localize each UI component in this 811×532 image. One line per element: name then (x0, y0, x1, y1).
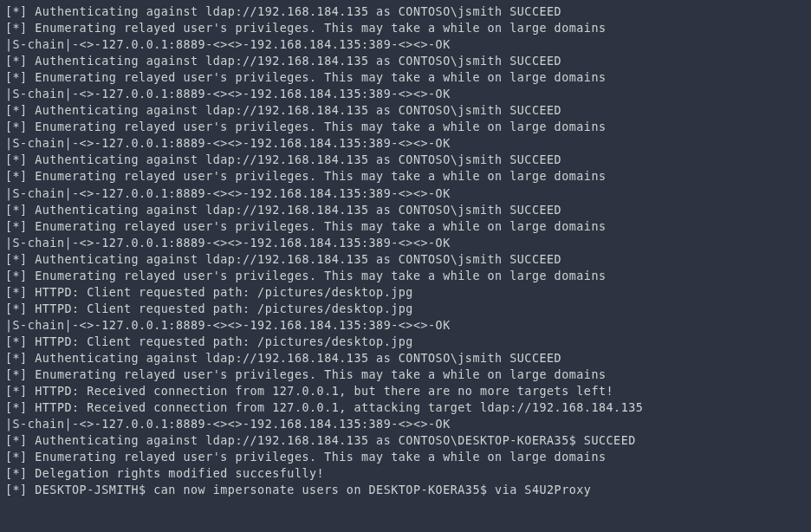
output-line: |S-chain|-<>-127.0.0.1:8889-<><>-192.168… (5, 86, 806, 102)
output-line: [*] Enumerating relayed user's privilege… (5, 168, 806, 185)
output-line: |S-chain|-<>-127.0.0.1:8889-<><>-192.168… (5, 36, 806, 53)
output-line: [*] HTTPD: Client requested path: /pictu… (5, 284, 806, 301)
output-line: [*] Authenticating against ldap://192.16… (5, 53, 806, 69)
output-line: [*] Enumerating relayed user's privilege… (5, 268, 806, 284)
output-line: [*] Enumerating relayed user's privilege… (5, 69, 806, 86)
output-line: |S-chain|-<>-127.0.0.1:8889-<><>-192.168… (5, 317, 806, 334)
output-line: [*] HTTPD: Client requested path: /pictu… (5, 301, 806, 317)
output-line: [*] HTTPD: Received connection from 127.… (5, 399, 806, 416)
output-line: [*] Enumerating relayed user's privilege… (5, 218, 806, 235)
output-line: [*] Authenticating against ldap://192.16… (5, 3, 806, 20)
output-line: [*] HTTPD: Client requested path: /pictu… (5, 334, 806, 350)
output-line: |S-chain|-<>-127.0.0.1:8889-<><>-192.168… (5, 416, 806, 432)
output-line: [*] Authenticating against ldap://192.16… (5, 102, 806, 119)
output-line: [*] Enumerating relayed user's privilege… (5, 367, 806, 383)
output-line: [*] Authenticating against ldap://192.16… (5, 251, 806, 268)
output-line: [*] Authenticating against ldap://192.16… (5, 152, 806, 168)
output-line: [*] Authenticating against ldap://192.16… (5, 432, 806, 449)
output-line: [*] HTTPD: Received connection from 127.… (5, 383, 806, 399)
output-line: |S-chain|-<>-127.0.0.1:8889-<><>-192.168… (5, 135, 806, 152)
output-line: [*] Authenticating against ldap://192.16… (5, 202, 806, 218)
terminal-output: [*] Authenticating against ldap://192.16… (0, 0, 811, 502)
output-line: |S-chain|-<>-127.0.0.1:8889-<><>-192.168… (5, 185, 806, 202)
output-line: |S-chain|-<>-127.0.0.1:8889-<><>-192.168… (5, 235, 806, 251)
output-line: [*] DESKTOP-JSMITH$ can now impersonate … (5, 482, 806, 498)
output-line: [*] Enumerating relayed user's privilege… (5, 449, 806, 465)
output-line: [*] Enumerating relayed user's privilege… (5, 119, 806, 135)
output-line: [*] Delegation rights modified succesful… (5, 465, 806, 482)
output-line: [*] Authenticating against ldap://192.16… (5, 350, 806, 367)
output-line: [*] Enumerating relayed user's privilege… (5, 20, 806, 36)
